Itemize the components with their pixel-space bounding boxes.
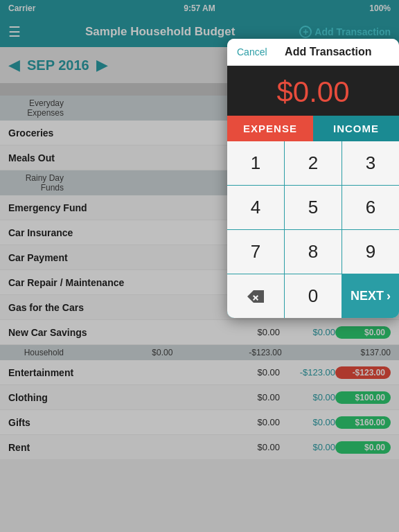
expense-button[interactable]: EXPENSE — [227, 116, 313, 141]
key-2[interactable]: 2 — [285, 141, 342, 185]
next-button[interactable]: NEXT › — [342, 274, 399, 318]
next-chevron-icon: › — [387, 289, 391, 303]
key-4[interactable]: 4 — [227, 186, 284, 229]
type-toggle: EXPENSE INCOME — [227, 116, 399, 141]
key-0[interactable]: 0 — [285, 274, 342, 318]
add-transaction-modal: Cancel Add Transaction $0.00 EXPENSE INC… — [227, 39, 399, 318]
numpad: 1 2 3 4 5 6 7 8 9 0 NEXT › — [227, 141, 399, 318]
modal-title: Add Transaction — [267, 46, 389, 58]
key-5[interactable]: 5 — [285, 186, 342, 229]
key-7[interactable]: 7 — [227, 230, 284, 274]
key-1[interactable]: 1 — [227, 141, 284, 185]
key-8[interactable]: 8 — [285, 230, 342, 274]
next-label: NEXT — [351, 289, 384, 303]
key-3[interactable]: 3 — [342, 141, 399, 185]
income-button[interactable]: INCOME — [313, 116, 399, 141]
modal-header: Cancel Add Transaction — [227, 39, 399, 66]
backspace-button[interactable] — [227, 274, 284, 318]
transaction-amount-display: $0.00 — [227, 66, 399, 116]
key-6[interactable]: 6 — [342, 186, 399, 229]
modal-cancel-button[interactable]: Cancel — [237, 46, 267, 57]
key-9[interactable]: 9 — [342, 230, 399, 274]
